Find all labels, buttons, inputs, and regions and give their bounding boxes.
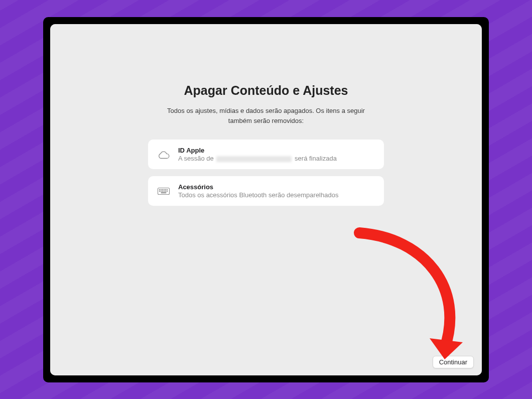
svg-point-7 bbox=[159, 191, 160, 191]
svg-point-8 bbox=[161, 191, 161, 191]
svg-point-12 bbox=[167, 191, 167, 191]
redacted-email bbox=[216, 156, 292, 162]
page-subtitle: Todos os ajustes, mídias e dados serão a… bbox=[156, 106, 376, 125]
content-outer: Apagar Conteúdo e Ajustes Todos os ajust… bbox=[50, 46, 482, 375]
card-subtitle: A sessão de será finalizada bbox=[178, 155, 375, 162]
screenshot-frame: Transferir ou Redefinir Apagar Conteúdo … bbox=[43, 17, 489, 382]
svg-point-6 bbox=[167, 189, 167, 190]
removal-items-list: ID Apple A sessão de será finalizada bbox=[148, 140, 384, 206]
continue-button[interactable]: Continuar bbox=[433, 356, 474, 368]
sub-suffix: será finalizada bbox=[295, 155, 337, 162]
content-panel: Apagar Conteúdo e Ajustes Todos os ajust… bbox=[50, 24, 482, 375]
macos-window: Transferir ou Redefinir Apagar Conteúdo … bbox=[50, 24, 482, 375]
svg-point-2 bbox=[161, 189, 161, 190]
cloud-icon bbox=[157, 148, 170, 161]
apple-id-card: ID Apple A sessão de será finalizada bbox=[148, 140, 384, 169]
svg-point-5 bbox=[165, 189, 166, 190]
svg-point-1 bbox=[159, 189, 160, 190]
svg-rect-13 bbox=[161, 192, 166, 193]
svg-point-9 bbox=[162, 191, 163, 191]
svg-point-4 bbox=[164, 189, 164, 190]
svg-point-11 bbox=[165, 191, 166, 191]
accessories-card: Acessórios Todos os acessórios Bluetooth… bbox=[148, 176, 384, 206]
card-body: Acessórios Todos os acessórios Bluetooth… bbox=[178, 183, 375, 199]
svg-point-10 bbox=[164, 191, 164, 191]
page-title: Apagar Conteúdo e Ajustes bbox=[184, 83, 348, 98]
card-title: Acessórios bbox=[178, 183, 375, 191]
keyboard-icon bbox=[157, 185, 170, 198]
svg-point-3 bbox=[162, 189, 163, 190]
card-title: ID Apple bbox=[178, 147, 375, 154]
card-body: ID Apple A sessão de será finalizada bbox=[178, 147, 375, 162]
sub-prefix: A sessão de bbox=[178, 155, 215, 162]
card-subtitle: Todos os acessórios Bluetooth serão dese… bbox=[178, 191, 375, 199]
